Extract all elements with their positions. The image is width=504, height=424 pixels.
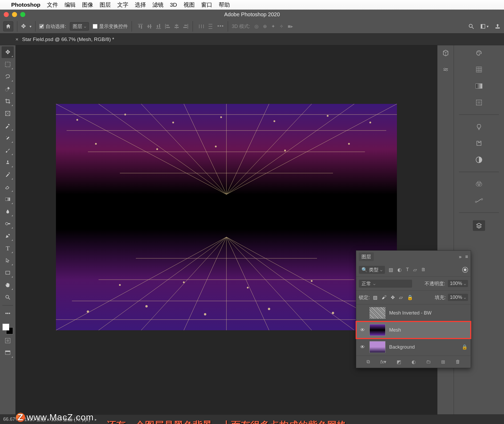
healing-brush-tool[interactable] bbox=[2, 132, 14, 144]
status-chevron-icon[interactable]: ▸ bbox=[95, 417, 97, 422]
collapse-icon[interactable]: » bbox=[459, 254, 461, 260]
align-bottom-icon[interactable] bbox=[155, 23, 162, 30]
menu-window[interactable]: 窗口 bbox=[201, 1, 212, 9]
tab-close-icon[interactable]: × bbox=[15, 36, 18, 42]
menu-type[interactable]: 文字 bbox=[117, 1, 128, 9]
edit-toolbar-icon[interactable]: ••• bbox=[2, 308, 14, 319]
zoom-icon[interactable] bbox=[20, 12, 25, 17]
layers-tab[interactable]: 图层 bbox=[359, 252, 374, 261]
lock-all-icon[interactable]: 🔒 bbox=[407, 295, 413, 300]
crop-tool[interactable] bbox=[2, 95, 14, 107]
align-left-icon[interactable] bbox=[164, 23, 171, 30]
clone-stamp-tool[interactable] bbox=[2, 157, 14, 168]
frame-tool[interactable] bbox=[2, 108, 14, 119]
swatches-panel-icon[interactable] bbox=[474, 65, 483, 74]
move-tool-icon[interactable]: ✥ bbox=[21, 23, 26, 30]
layer-item[interactable]: 👁 Mesh bbox=[356, 321, 471, 339]
menu-app-name[interactable]: Photoshop bbox=[11, 2, 40, 8]
group-icon[interactable]: 🗀 bbox=[426, 359, 431, 365]
layer-mask-icon[interactable]: ◩ bbox=[397, 359, 401, 365]
type-tool[interactable]: T bbox=[2, 242, 14, 254]
dolly-icon[interactable]: ✦ bbox=[271, 23, 275, 29]
menu-help[interactable]: 帮助 bbox=[219, 1, 230, 9]
layer-name[interactable]: Background bbox=[389, 344, 458, 350]
show-transform-checkbox[interactable]: 显示变换控件 bbox=[93, 23, 128, 30]
show-transform-input[interactable] bbox=[93, 24, 97, 29]
brush-tool[interactable] bbox=[2, 144, 14, 156]
auto-select-target-dropdown[interactable]: 图层 ⌵ bbox=[70, 22, 89, 31]
menu-image[interactable]: 图像 bbox=[82, 1, 93, 9]
pen-tool[interactable] bbox=[2, 230, 14, 242]
color-swatches[interactable] bbox=[2, 324, 13, 334]
properties-panel-icon[interactable] bbox=[441, 65, 450, 74]
layer-thumbnail[interactable] bbox=[369, 324, 385, 336]
filter-shape-icon[interactable]: ▱ bbox=[413, 267, 417, 273]
menu-filter[interactable]: 滤镜 bbox=[152, 1, 164, 9]
camera-icon[interactable]: ■▸ bbox=[288, 23, 293, 29]
lock-transparency-icon[interactable]: ▨ bbox=[373, 295, 377, 300]
dodge-tool[interactable] bbox=[2, 218, 14, 230]
move-tool[interactable]: ✥ bbox=[2, 46, 14, 58]
layer-style-icon[interactable]: fx▾ bbox=[380, 359, 386, 365]
patterns-panel-icon[interactable] bbox=[474, 98, 483, 107]
align-vcenter-icon[interactable] bbox=[146, 23, 153, 30]
lock-image-icon[interactable]: 🖌 bbox=[382, 295, 387, 300]
layer-thumbnail[interactable] bbox=[369, 307, 385, 319]
document-canvas[interactable] bbox=[56, 104, 397, 330]
visibility-toggle[interactable]: 👁 bbox=[359, 344, 366, 350]
layers-panel[interactable]: 图层 » ≡ 🔍 类型 ⌵ ▧ ◐ T bbox=[356, 250, 471, 368]
eraser-tool[interactable] bbox=[2, 181, 14, 193]
menu-layer[interactable]: 图层 bbox=[100, 1, 111, 9]
fill-field[interactable]: 100% ⌵ bbox=[448, 294, 468, 301]
filter-smart-icon[interactable]: 🗎 bbox=[421, 267, 426, 273]
layer-item[interactable]: 👁 Background 🔒 bbox=[356, 339, 471, 356]
panel-menu-icon[interactable]: ≡ bbox=[465, 254, 468, 260]
link-layers-icon[interactable]: ⧉ bbox=[367, 359, 370, 365]
canvas-area[interactable]: 还有一个图层是黑色背景，上面有很多点构成的紫色网格 图层 » ≡ 🔍 类型 ⌵ bbox=[15, 45, 437, 414]
lock-artboard-icon[interactable]: ▱ bbox=[399, 295, 403, 300]
hand-tool[interactable] bbox=[2, 279, 14, 291]
lasso-tool[interactable] bbox=[2, 71, 14, 83]
zoom-tool[interactable] bbox=[2, 291, 14, 303]
auto-select-input[interactable] bbox=[39, 24, 44, 29]
path-selection-tool[interactable] bbox=[2, 255, 14, 266]
home-button[interactable] bbox=[3, 21, 13, 31]
opacity-field[interactable]: 100% ⌵ bbox=[448, 280, 468, 287]
layer-thumbnail[interactable] bbox=[369, 341, 385, 353]
history-brush-tool[interactable] bbox=[2, 169, 14, 181]
align-hcenter-icon[interactable] bbox=[173, 23, 180, 30]
adjustment-layer-icon[interactable]: ◐ bbox=[412, 359, 416, 365]
gradients-panel-icon[interactable] bbox=[474, 81, 483, 91]
marquee-tool[interactable] bbox=[2, 59, 14, 70]
more-options-icon[interactable]: ••• bbox=[217, 23, 224, 29]
lock-position-icon[interactable]: ✥ bbox=[391, 295, 395, 300]
learn-panel-icon[interactable] bbox=[474, 122, 483, 131]
align-right-icon[interactable] bbox=[182, 23, 189, 30]
distribute-v-icon[interactable] bbox=[207, 23, 214, 30]
document-tab[interactable]: Star Field.psd @ 66.7% (Mesh, RGB/8) * bbox=[22, 36, 114, 42]
menu-edit[interactable]: 编辑 bbox=[64, 1, 76, 9]
new-layer-icon[interactable]: ⊞ bbox=[441, 359, 445, 365]
blend-mode-dropdown[interactable]: 正常 ⌵ bbox=[359, 280, 412, 288]
screen-mode-icon[interactable] bbox=[2, 347, 14, 359]
layer-name[interactable]: Mesh bbox=[389, 327, 468, 333]
layer-name[interactable]: Mesh Inverted - BW bbox=[389, 310, 468, 316]
visibility-toggle[interactable]: 👁 bbox=[359, 327, 366, 333]
eyedropper-tool[interactable] bbox=[2, 120, 14, 132]
gradient-tool[interactable] bbox=[2, 193, 14, 205]
layers-panel-icon[interactable] bbox=[473, 220, 485, 231]
3d-panel-icon[interactable] bbox=[441, 48, 450, 58]
filter-adjust-icon[interactable]: ◐ bbox=[397, 267, 402, 273]
auto-select-checkbox[interactable]: 自动选择: bbox=[39, 23, 66, 30]
filter-kind-dropdown[interactable]: 🔍 类型 ⌵ bbox=[359, 266, 385, 274]
workspace-switcher-icon[interactable]: ▾ bbox=[480, 24, 489, 29]
pan-icon[interactable]: ⊕ bbox=[263, 23, 267, 29]
rectangle-tool[interactable] bbox=[2, 267, 14, 279]
menu-select[interactable]: 选择 bbox=[135, 1, 146, 9]
search-icon[interactable] bbox=[468, 23, 474, 30]
share-icon[interactable] bbox=[494, 23, 501, 30]
tool-preset-chevron-icon[interactable]: ▾ bbox=[30, 24, 31, 28]
libraries-panel-icon[interactable] bbox=[474, 139, 483, 148]
lock-icon[interactable]: 🔒 bbox=[462, 344, 468, 350]
delete-layer-icon[interactable]: 🗑 bbox=[456, 359, 460, 365]
